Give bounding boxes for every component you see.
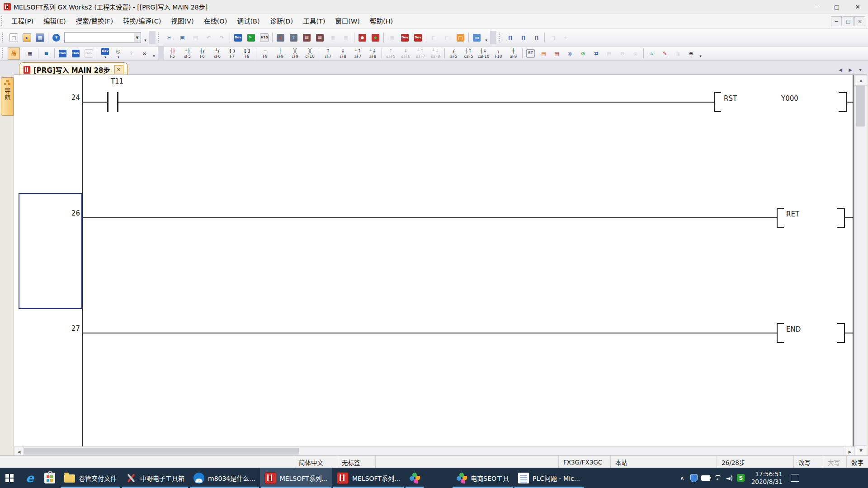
toolbar1-overflow-left[interactable]: ▾: [142, 32, 148, 43]
minimize-button[interactable]: ─: [806, 0, 826, 14]
parallel-rising-close-button[interactable]: ┴↑saF7: [414, 47, 428, 60]
monitor-mode-button[interactable]: Dev: [399, 32, 411, 44]
device-display-dropdown[interactable]: Dev▾: [99, 47, 111, 60]
taskbar-browser-button[interactable]: m8034是什么...: [189, 468, 260, 488]
rising-pulse-button[interactable]: ↑sF7: [321, 47, 335, 60]
menu-item-3[interactable]: 转换/编译(C): [118, 14, 166, 28]
hscroll-right-button[interactable]: ▶: [845, 447, 855, 456]
undo-button[interactable]: ↶: [203, 32, 215, 44]
taskbar-seo-button[interactable]: 电商SEO工具: [452, 468, 514, 488]
falling-pulse-button[interactable]: ↓sF8: [336, 47, 350, 60]
maximize-button[interactable]: ▢: [826, 0, 847, 14]
tray-shield-icon[interactable]: [688, 468, 700, 488]
ladder-editor[interactable]: 24 T11 RST Y000 26 RET: [14, 75, 867, 456]
convert-button[interactable]: ⊙: [577, 47, 589, 60]
invert-operation-button[interactable]: /aF5: [447, 47, 461, 60]
option-button[interactable]: ⊗: [616, 47, 628, 60]
vertical-scrollbar[interactable]: ▲ ▼: [854, 75, 867, 456]
print-button[interactable]: ▤: [603, 47, 615, 60]
note-button[interactable]: ▤: [551, 47, 563, 60]
intelligent-function-module-button[interactable]: ▢: [454, 32, 467, 44]
program-check-button[interactable]: >_: [245, 32, 257, 44]
find-button[interactable]: ∞: [138, 47, 151, 60]
help-button[interactable]: ?: [50, 32, 62, 44]
module-diagnostics-button[interactable]: +: [560, 32, 572, 44]
line-edit-button[interactable]: ┼aF9: [506, 47, 520, 60]
module-configuration-button[interactable]: ▦: [24, 47, 36, 60]
rising-pulse-close-button[interactable]: ↑saF5: [384, 47, 398, 60]
device-memory-edit-button[interactable]: Dev: [232, 32, 244, 44]
delete-horizontal-line-button[interactable]: ╳cF9: [288, 47, 302, 60]
close-contact-button[interactable]: ┤/F6: [195, 47, 209, 60]
menu-item-2[interactable]: 搜索/替换(F): [71, 14, 118, 28]
monitor-write-mode-button[interactable]: Dev: [412, 32, 424, 44]
monitor-plc-button[interactable]: ▦: [301, 32, 313, 44]
toolbar1-overflow-mid[interactable]: ▾: [483, 32, 489, 43]
tray-chevron-icon[interactable]: ∧: [676, 468, 688, 488]
toolbar2-overflow-left[interactable]: ▾: [151, 47, 157, 59]
split-window-button[interactable]: ▥: [672, 47, 684, 60]
taskbar-store-button[interactable]: [40, 468, 60, 488]
zoom-button[interactable]: ⊕: [685, 47, 697, 60]
local-device-monitor-button[interactable]: ▦: [386, 32, 398, 44]
end-op-label[interactable]: END: [786, 325, 801, 334]
rst-op-label[interactable]: RST: [724, 94, 737, 103]
program-list-button[interactable]: ≡: [40, 47, 52, 60]
device-search-dropdown[interactable]: ◎▾: [112, 47, 124, 60]
menu-item-0[interactable]: 工程(P): [6, 14, 38, 28]
taskbar-clock[interactable]: 17:56:51 2020/8/31: [747, 470, 787, 486]
combo-dropdown-icon[interactable]: ▼: [134, 33, 141, 42]
taskbar-start-button[interactable]: [0, 468, 20, 488]
menu-item-1[interactable]: 编辑(E): [38, 14, 71, 28]
simulation-button[interactable]: H10: [258, 32, 270, 44]
write-to-plc-button[interactable]: ⇓: [274, 32, 287, 44]
taskbar-melsoft-button-2[interactable]: MELSOFT系列...: [332, 468, 405, 488]
label-combobox[interactable]: ▼: [64, 32, 141, 43]
menu-item-7[interactable]: 诊断(D): [265, 14, 298, 28]
logic-analyzer-button[interactable]: ∏: [517, 32, 529, 44]
tray-battery-icon[interactable]: [700, 468, 712, 488]
menu-item-10[interactable]: 帮助(H): [365, 14, 398, 28]
parallel-close-contact-button[interactable]: ┴/sF6: [210, 47, 224, 60]
hscroll-thumb[interactable]: [24, 448, 299, 455]
watch-window-1-button[interactable]: ▢: [428, 32, 440, 44]
ladder-edit-mode-button[interactable]: ✎: [659, 47, 671, 60]
dropdown-arrow-icon[interactable]: ▾: [118, 55, 119, 59]
parallel-open-contact-button[interactable]: ┴├sF5: [180, 47, 194, 60]
paste-button[interactable]: ▤: [189, 32, 202, 44]
tab-scroll-left-button[interactable]: ◀: [836, 66, 844, 74]
vscroll-up-button[interactable]: ▲: [855, 75, 867, 86]
rung-24-contact[interactable]: [107, 92, 108, 112]
device-comment-button[interactable]: Dev: [57, 47, 69, 60]
mdi-minimize-button[interactable]: ─: [831, 16, 842, 26]
menu-item-4[interactable]: 视图(V): [166, 14, 198, 28]
delete-vertical-line-button[interactable]: ╳cF10: [303, 47, 317, 60]
mdi-close-button[interactable]: ×: [854, 16, 865, 26]
tray-volume-icon[interactable]: ◄): [723, 468, 735, 488]
cross-reference-button[interactable]: ⇄: [590, 47, 602, 60]
parallel-falling-pulse-button[interactable]: ┴↓aF8: [366, 47, 380, 60]
taskbar-word-button[interactable]: PLC问题 - Mic...: [514, 468, 585, 488]
menu-item-5[interactable]: 在线(O): [199, 14, 232, 28]
device-find-button[interactable]: ◎: [629, 47, 642, 60]
menu-item-9[interactable]: 窗口(W): [330, 14, 365, 28]
taskbar-petal-button[interactable]: [405, 468, 425, 488]
tray-wifi-icon[interactable]: [712, 468, 723, 488]
menu-item-6[interactable]: 调试(B): [232, 14, 264, 28]
hscroll-left-button[interactable]: ◀: [14, 447, 24, 456]
taskbar-toolbox-button[interactable]: 中野电子工具箱: [121, 468, 189, 488]
save-project-button[interactable]: ▦: [34, 32, 46, 44]
read-from-plc-button[interactable]: ⇑: [288, 32, 300, 44]
trace-setting-button[interactable]: ∏: [530, 32, 542, 44]
taskbar-melsoft-button-1[interactable]: MELSOFT系列...: [260, 468, 332, 488]
new-project-button[interactable]: ▢: [8, 32, 20, 44]
redo-button[interactable]: ↷: [216, 32, 228, 44]
mdi-restore-button[interactable]: ▢: [843, 16, 854, 26]
tray-app-icon[interactable]: S: [735, 468, 747, 488]
device-cc-link-button[interactable]: Dev: [83, 47, 95, 60]
rst-operand-label[interactable]: Y000: [781, 94, 798, 103]
horizontal-scrollbar[interactable]: ◀ ▶: [14, 446, 855, 456]
copy-button[interactable]: ▣: [176, 32, 189, 44]
open-project-button[interactable]: ▸: [21, 32, 33, 44]
tab-close-button[interactable]: ×: [114, 65, 123, 74]
